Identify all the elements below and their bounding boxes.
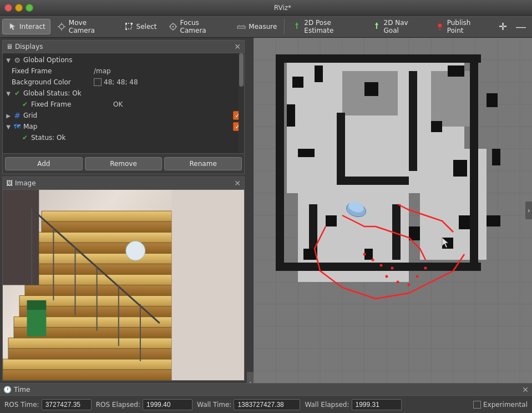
stair-image <box>3 190 244 380</box>
fixed-frame-status-value: OK <box>113 100 123 108</box>
ros-elapsed-input[interactable] <box>143 399 192 410</box>
3d-view[interactable]: › <box>254 38 532 383</box>
map-icon: 🗺 <box>13 122 22 131</box>
minimize-button[interactable] <box>15 4 23 12</box>
add-view-icon: ✛ <box>499 21 507 32</box>
statusbar-header: 🕐 Time ✕ <box>0 384 532 396</box>
focus-camera-label: Focus Camera <box>180 19 226 34</box>
clock-icon: 🕐 <box>3 386 12 394</box>
select-button[interactable]: Select <box>119 19 162 34</box>
image-panel-icon: 🖼 <box>6 179 13 187</box>
grid-row[interactable]: ▶ # Grid ✓ <box>3 110 244 121</box>
displays-tree: ▼ ⚙ Global Options Fixed Frame /map Back… <box>3 53 244 153</box>
pose-estimate-label: 2D Pose Estimate <box>304 19 360 34</box>
main-area: 🖥 Displays ✕ ▼ ⚙ Global Options Fixed Fr… <box>0 38 532 383</box>
left-collapse-arrow[interactable]: ‹ <box>247 372 254 383</box>
pose-estimate-button[interactable]: 2D Pose Estimate <box>287 16 365 37</box>
global-status-label: Global Status: Ok <box>23 89 101 97</box>
map-status-row[interactable]: ✔ Status: Ok <box>3 132 244 143</box>
right-collapse-arrow[interactable]: › <box>525 202 532 219</box>
fixed-frame-label: Fixed Frame <box>12 67 89 75</box>
svg-point-6 <box>172 26 174 27</box>
remove-display-button[interactable]: Remove <box>85 157 163 170</box>
displays-panel: 🖥 Displays ✕ ▼ ⚙ Global Options Fixed Fr… <box>2 40 245 174</box>
publish-point-button[interactable]: Publish Point <box>430 16 493 37</box>
global-status-icon: ✔ <box>13 89 22 98</box>
pose-estimate-icon <box>292 22 302 32</box>
statusbar-title: Time <box>14 386 520 394</box>
publish-point-icon <box>435 22 445 32</box>
maximize-button[interactable] <box>26 4 33 12</box>
wall-time-field: Wall Time: <box>197 399 300 410</box>
select-label: Select <box>136 23 157 31</box>
wall-time-input[interactable] <box>234 399 300 410</box>
displays-close-button[interactable]: ✕ <box>234 42 241 51</box>
select-icon <box>124 22 134 32</box>
nav-goal-button[interactable]: 2D Nav Goal <box>367 16 429 37</box>
measure-button[interactable]: Measure <box>231 19 282 34</box>
background-color-row[interactable]: Background Color 48; 48; 48 <box>3 77 244 88</box>
grid-icon: # <box>13 111 22 120</box>
svg-rect-2 <box>125 23 127 24</box>
displays-header: 🖥 Displays ✕ <box>3 41 244 53</box>
svg-point-0 <box>59 24 64 29</box>
fixed-frame-row[interactable]: Fixed Frame /map <box>3 66 244 77</box>
experimental-checkbox[interactable] <box>473 401 481 409</box>
map-arrow: ▼ <box>5 123 12 130</box>
close-button[interactable] <box>4 4 12 12</box>
toolbar-separator-1 <box>284 19 285 34</box>
map-label: Map <box>23 123 101 130</box>
view-options-button[interactable]: ― <box>512 19 530 34</box>
experimental-label: Experimental <box>483 401 528 409</box>
background-color-value: 48; 48; 48 <box>94 78 138 86</box>
svg-rect-4 <box>125 28 127 30</box>
fixed-frame-status-row[interactable]: ✔ Fixed Frame OK <box>3 99 244 110</box>
displays-buttons: Add Remove Rename <box>3 153 244 174</box>
nav-goal-label: 2D Nav Goal <box>384 19 424 34</box>
image-content <box>3 190 244 380</box>
statusbar-close-button[interactable]: ✕ <box>522 385 529 394</box>
fixed-frame-status-label: Fixed Frame <box>31 100 109 108</box>
ros-time-input[interactable] <box>42 399 92 410</box>
map-canvas <box>254 38 532 383</box>
image-close-button[interactable]: ✕ <box>234 179 241 188</box>
global-options-row[interactable]: ▼ ⚙ Global Options <box>3 54 244 66</box>
move-camera-icon <box>57 22 67 32</box>
displays-scrollbar-thumb <box>239 53 244 87</box>
wall-elapsed-label: Wall Elapsed: <box>305 401 349 409</box>
move-camera-label: Move Camera <box>69 19 113 34</box>
displays-panel-icon: 🖥 <box>6 43 13 51</box>
grid-arrow: ▶ <box>5 112 12 119</box>
statusbar: 🕐 Time ✕ ROS Time: ROS Elapsed: Wall Tim… <box>0 383 532 413</box>
global-status-arrow: ▼ <box>5 90 12 97</box>
rename-display-button[interactable]: Rename <box>164 157 242 170</box>
titlebar: RViz* <box>0 0 532 16</box>
wall-elapsed-input[interactable] <box>352 399 402 410</box>
image-header: 🖼 Image ✕ <box>3 177 244 190</box>
focus-camera-button[interactable]: Focus Camera <box>163 16 231 37</box>
displays-tree-wrapper: ▼ ⚙ Global Options Fixed Frame /map Back… <box>3 53 244 153</box>
background-color-swatch <box>94 78 102 86</box>
ros-elapsed-label: ROS Elapsed: <box>96 401 140 409</box>
svg-marker-16 <box>295 22 298 25</box>
image-title: Image <box>15 179 232 187</box>
map-row[interactable]: ▼ 🗺 Map ✓ <box>3 121 244 132</box>
focus-camera-icon <box>168 22 178 32</box>
global-options-label: Global Options <box>23 56 101 64</box>
image-panel: 🖼 Image ✕ <box>2 177 245 381</box>
svg-point-19 <box>438 23 442 28</box>
wall-elapsed-field: Wall Elapsed: <box>305 399 401 410</box>
left-panel: 🖥 Displays ✕ ▼ ⚙ Global Options Fixed Fr… <box>0 38 247 383</box>
add-display-button[interactable]: Add <box>5 157 83 170</box>
fixed-frame-status-icon: ✔ <box>21 100 29 109</box>
svg-rect-3 <box>131 23 133 24</box>
add-view-button[interactable]: ✛ <box>495 19 511 34</box>
global-options-icon: ⚙ <box>13 56 22 64</box>
global-status-row[interactable]: ▼ ✔ Global Status: Ok <box>3 88 244 99</box>
ros-time-label: ROS Time: <box>4 401 39 409</box>
grid-label: Grid <box>23 112 101 119</box>
svg-marker-18 <box>375 22 378 25</box>
displays-scrollbar[interactable] <box>239 53 244 153</box>
move-camera-button[interactable]: Move Camera <box>52 16 118 37</box>
interact-button[interactable]: Interact <box>2 19 50 34</box>
